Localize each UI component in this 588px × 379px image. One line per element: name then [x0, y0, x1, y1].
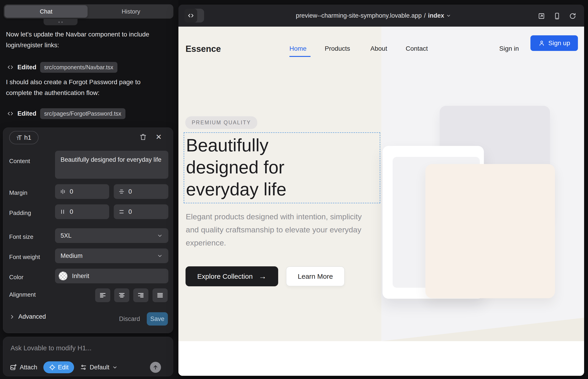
chevron-down-icon: [446, 13, 451, 18]
margin-label: Margin: [9, 189, 27, 196]
mobile-view-button[interactable]: [553, 12, 562, 21]
padding-y-icon: [118, 208, 125, 215]
align-left-button[interactable]: [95, 288, 110, 302]
padding-label: Padding: [9, 209, 31, 217]
font-size-label: Font size: [9, 233, 33, 240]
nav-link-contact[interactable]: Contact: [406, 45, 428, 52]
smartphone-icon: [553, 12, 561, 20]
browser-actions: [537, 12, 577, 21]
font-weight-select[interactable]: Medium: [55, 249, 168, 263]
edit-mode-button[interactable]: Edit: [43, 361, 74, 373]
margin-y-input[interactable]: 0: [114, 184, 168, 199]
sidebar-tabs: Chat History: [4, 4, 173, 19]
margin-x-icon: [60, 188, 66, 195]
padding-x-input[interactable]: 0: [55, 205, 109, 219]
hero-description: Elegant products designed with intention…: [186, 210, 369, 249]
margin-y-icon: [118, 188, 125, 195]
delete-element-button[interactable]: [138, 132, 148, 142]
hero-badge: PREMIUM QUALITY: [185, 116, 257, 129]
element-editor-panel: TT h1 ✕ Content Beautifully designed for…: [3, 127, 173, 333]
chat-message: I should also create a Forgot Password p…: [6, 77, 159, 98]
padding-y-input[interactable]: 0: [114, 205, 168, 219]
edited-file-pill[interactable]: src/components/Navbar.tsx: [40, 62, 118, 73]
chevron-down-icon: [112, 364, 118, 370]
trash-icon: [139, 133, 147, 141]
arrow-right-icon: →: [259, 272, 266, 281]
edited-label: Edited: [17, 64, 36, 71]
align-justify-icon: [156, 292, 164, 299]
chat-message: Now let's update the Navbar component to…: [6, 29, 159, 50]
preview-url: preview--charming-site-symphony.lovable.…: [296, 12, 422, 19]
external-link-icon: [538, 12, 545, 20]
chat-sidebar: Chat History Now let's update the Navbar…: [0, 0, 178, 379]
chat-composer[interactable]: Ask Lovable to modify H1... Attach Edit …: [3, 337, 173, 376]
content-label: Content: [9, 158, 30, 165]
explore-collection-button[interactable]: Explore Collection →: [186, 266, 278, 286]
chevron-right-icon: [9, 314, 15, 320]
target-icon: [49, 364, 56, 371]
align-justify-button[interactable]: [153, 288, 168, 302]
hero-cta-row: Explore Collection → Learn More: [186, 266, 345, 286]
lovable-app-screen: Chat History Now let's update the Navbar…: [0, 0, 588, 379]
nav-link-products[interactable]: Products: [325, 45, 350, 52]
close-panel-button[interactable]: ✕: [154, 132, 164, 142]
code-icon: [7, 110, 14, 117]
model-selector[interactable]: Default: [80, 364, 118, 371]
url-bar[interactable]: preview--charming-site-symphony.lovable.…: [171, 5, 576, 27]
padding-x-icon: [60, 208, 66, 215]
refresh-icon: [569, 12, 576, 20]
selected-element-outline[interactable]: Beautifully designed for everyday life: [184, 132, 380, 203]
preview-browser-window: preview--charming-site-symphony.lovable.…: [178, 5, 584, 376]
nav-link-home[interactable]: Home: [289, 45, 307, 52]
color-label: Color: [9, 274, 23, 281]
chevron-down-icon: [157, 253, 163, 259]
font-size-select[interactable]: 5XL: [55, 228, 168, 243]
tab-history[interactable]: History: [90, 5, 172, 18]
code-icon: [7, 64, 14, 71]
user-icon: [538, 40, 545, 47]
arrow-up-icon: [152, 364, 159, 371]
align-left-icon: [99, 292, 107, 299]
chevron-down-icon: [157, 233, 163, 238]
hero-heading[interactable]: Beautifully designed for everyday life: [184, 133, 336, 200]
save-button[interactable]: Save: [147, 312, 168, 326]
edited-label: Edited: [17, 110, 36, 117]
margin-x-input[interactable]: 0: [55, 184, 109, 199]
close-icon: ✕: [156, 133, 162, 141]
font-weight-label: Font weight: [9, 253, 40, 261]
sign-up-button[interactable]: Sign up: [530, 35, 578, 51]
advanced-toggle[interactable]: Advanced: [9, 313, 46, 320]
learn-more-button[interactable]: Learn More: [286, 266, 345, 286]
discard-button[interactable]: Discard: [119, 316, 140, 323]
nav-link-about[interactable]: About: [370, 45, 387, 52]
sign-in-link[interactable]: Sign in: [499, 45, 519, 52]
align-right-button[interactable]: [133, 288, 148, 302]
hero-image-placeholder-cream: [425, 164, 555, 298]
composer-input[interactable]: Ask Lovable to modify H1...: [11, 344, 92, 352]
composer-toolbar: Attach Edit Default: [10, 361, 167, 374]
refresh-button[interactable]: [568, 12, 577, 21]
site-logo[interactable]: Essence: [186, 44, 221, 54]
align-center-button[interactable]: [114, 288, 129, 302]
attach-button[interactable]: Attach: [10, 364, 37, 371]
content-input[interactable]: Beautifully designed for everyday life: [55, 151, 168, 179]
rendered-page: Essence Home Products About Contact Sign…: [178, 27, 584, 376]
nav-active-underline: [289, 56, 310, 57]
tag-name: h1: [24, 134, 31, 141]
open-external-button[interactable]: [537, 12, 546, 21]
attach-image-icon: [10, 364, 17, 371]
edited-file-pill[interactable]: src/pages/ForgotPassword.tsx: [40, 108, 125, 119]
alignment-label: Alignment: [9, 291, 36, 298]
edited-file-row[interactable]: Edited src/pages/ForgotPassword.tsx: [7, 108, 125, 119]
color-select[interactable]: Inherit: [55, 269, 168, 283]
sliders-icon: [80, 364, 87, 371]
section-below-hero: [178, 341, 584, 376]
edited-file-row[interactable]: Edited src/components/Navbar.tsx: [7, 62, 117, 73]
page-selector[interactable]: index: [428, 12, 451, 19]
url-separator: /: [424, 12, 426, 19]
align-center-icon: [118, 292, 125, 299]
tab-chat[interactable]: Chat: [5, 5, 88, 18]
selected-element-tag: TT h1: [9, 131, 39, 144]
send-button[interactable]: [150, 362, 161, 373]
align-right-icon: [137, 292, 144, 299]
